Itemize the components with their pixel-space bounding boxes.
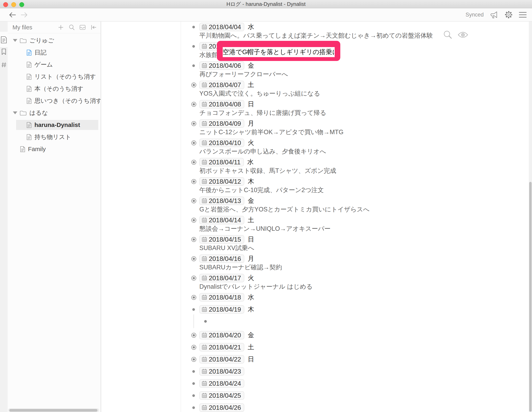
item-content-line[interactable]: 2018/04/10火: [199, 139, 518, 147]
item-content-line[interactable]: 2018/04/21土: [199, 343, 518, 351]
item-note[interactable]: チョコフォンデュ、帰りに唐揚げ買って帰る: [199, 109, 518, 117]
item-note[interactable]: Gと岩盤浴へ、夕方YOSとカーズトミカ買いにトイザらスへ: [199, 205, 518, 213]
item-content-line[interactable]: 2018/04/11水: [199, 158, 518, 166]
bullet-icon[interactable]: [204, 320, 207, 323]
item-content-line[interactable]: 2018/04/16月: [199, 255, 518, 263]
caret-down-icon[interactable]: [13, 39, 17, 42]
bullet-collapsed-icon[interactable]: [191, 121, 196, 126]
item-content-line[interactable]: 2018/04/08日: [199, 100, 518, 109]
bookmark-icon[interactable]: [0, 48, 8, 55]
bullet-collapsed-icon[interactable]: [191, 218, 196, 223]
bullet-icon[interactable]: [192, 308, 195, 311]
item-note[interactable]: ニットC-12シャツ前半OK→アピタで買い物→MTG: [199, 128, 518, 136]
item-content-line[interactable]: 2018/04/15日: [199, 235, 518, 244]
date-badge[interactable]: 2018/04/16: [199, 255, 244, 263]
item-content-line[interactable]: 2018/04/09月: [199, 119, 518, 128]
bullet-icon[interactable]: [192, 394, 195, 397]
item-content-line[interactable]: 2018/04/17火: [199, 274, 518, 282]
date-badge[interactable]: 2018/04/26: [199, 403, 244, 412]
date-badge[interactable]: 2018/04/22: [199, 355, 244, 364]
bullet-icon[interactable]: [192, 64, 195, 67]
forward-icon[interactable]: [20, 12, 28, 18]
date-badge[interactable]: 2018/04/06: [199, 61, 244, 70]
item-note[interactable]: 午後からニットC-10完成、パターン2つ注文: [199, 186, 518, 194]
item-content-line[interactable]: 2018/04/23: [199, 367, 518, 375]
horizontal-scrollbar-thumb[interactable]: [9, 409, 97, 412]
menu-icon[interactable]: [518, 10, 527, 19]
bullet-collapsed-icon[interactable]: [191, 333, 196, 338]
bullet-collapsed-icon[interactable]: [191, 357, 196, 362]
date-badge[interactable]: 2018/04/21: [199, 343, 244, 351]
item-note[interactable]: YOS入園式で泣く。ちゅーりっぷ組になる: [199, 90, 518, 98]
back-icon[interactable]: [9, 12, 17, 18]
sidebar-folder-item[interactable]: はるな: [8, 107, 101, 119]
sidebar-document-item[interactable]: 持ち物リスト: [8, 131, 101, 143]
item-note[interactable]: SUBARU XV試乗へ: [199, 244, 518, 252]
bullet-icon[interactable]: [192, 45, 195, 48]
item-content-line[interactable]: 2018/04/06金: [199, 61, 518, 70]
date-badge[interactable]: 2018/04/18: [199, 293, 244, 302]
date-badge[interactable]: 2018/04/25: [199, 391, 244, 400]
date-badge[interactable]: 2018/04/13: [199, 197, 244, 205]
date-badge[interactable]: 2018/04/12: [199, 177, 244, 186]
date-badge[interactable]: 2018/04/08: [199, 100, 244, 109]
date-badge[interactable]: 2018/04/14: [199, 216, 244, 224]
bullet-collapsed-icon[interactable]: [191, 140, 196, 146]
bullet-collapsed-icon[interactable]: [191, 345, 196, 350]
search-icon[interactable]: [68, 24, 75, 31]
item-content-line[interactable]: 2018/04/13金: [199, 197, 518, 205]
item-note[interactable]: 平川動物園へ。バス乗ってしまえば楽チン→天文館むじゃき→初めての岩盤浴体験: [199, 32, 518, 40]
bullet-collapsed-icon[interactable]: [191, 179, 196, 184]
item-content-line[interactable]: 2018/04/12木: [199, 177, 518, 186]
item-content-line[interactable]: 2018/04/20金: [199, 331, 518, 339]
bullet-collapsed-icon[interactable]: [191, 102, 196, 107]
sidebar-document-item[interactable]: 日記: [8, 46, 101, 59]
date-badge[interactable]: 2018/04/19: [199, 305, 244, 314]
item-note[interactable]: 懇談会→コーナン→UNIQLO→アオキスーパー: [199, 225, 518, 233]
sidebar-document-item[interactable]: 本（そのうち消す: [8, 83, 101, 95]
caret-down-icon[interactable]: [13, 111, 17, 114]
bullet-collapsed-icon[interactable]: [191, 256, 196, 261]
sidebar-document-item[interactable]: haruna-Dynalist: [8, 119, 101, 131]
bullet-icon[interactable]: [192, 382, 195, 385]
sidebar-document-item[interactable]: 思いつき（そのうち消す: [8, 95, 101, 107]
item-note[interactable]: 初ポッドキャスト収録、馬Tシャツ、ズボン完成: [199, 167, 518, 175]
files-icon[interactable]: [0, 36, 8, 44]
sidebar-document-item[interactable]: ゲーム: [8, 59, 101, 71]
date-badge[interactable]: 2018/04/15: [199, 235, 244, 244]
item-note[interactable]: SUBARUカーナビ確認→契約: [199, 263, 518, 271]
item-content-line[interactable]: 2018/04/19木: [199, 305, 518, 314]
bullet-collapsed-icon[interactable]: [191, 237, 196, 242]
item-note[interactable]: 再びフォーリーフクローバーへ: [199, 70, 518, 78]
item-content-line[interactable]: 2018/04/25: [199, 391, 518, 400]
date-badge[interactable]: 2018/04/07: [199, 81, 244, 89]
sidebar-folder-item[interactable]: ごりゅご: [8, 34, 101, 46]
date-badge[interactable]: 2018/04/17: [199, 274, 244, 282]
date-badge[interactable]: 2018/04/20: [199, 331, 244, 339]
vertical-scrollbar-thumb[interactable]: [529, 182, 532, 412]
date-badge[interactable]: 2018/04/10: [199, 139, 244, 147]
tag-icon[interactable]: [0, 62, 8, 68]
item-content-line[interactable]: 2018/04/07土: [199, 81, 518, 89]
add-document-icon[interactable]: [57, 24, 64, 31]
bullet-collapsed-icon[interactable]: [191, 160, 196, 165]
item-content-line[interactable]: 2018/04/14土: [199, 216, 518, 224]
sidebar-document-item[interactable]: Family: [8, 143, 101, 155]
date-badge[interactable]: 2018/04/11: [199, 158, 244, 166]
item-content-line[interactable]: 2018/04/18水: [199, 293, 518, 302]
date-badge[interactable]: 2018/04/09: [199, 119, 244, 128]
item-note[interactable]: バランスボールの申し込み、夕食後キリオへ: [199, 147, 518, 156]
bullet-collapsed-icon[interactable]: [191, 198, 196, 203]
megaphone-icon[interactable]: [490, 10, 499, 19]
item-content-line[interactable]: 2018/04/26: [199, 403, 518, 412]
bullet-icon[interactable]: [192, 370, 195, 373]
gear-icon[interactable]: [504, 10, 513, 19]
item-content-line[interactable]: 2018/04/24: [199, 379, 518, 388]
bullet-icon[interactable]: [192, 406, 195, 409]
sidebar-document-item[interactable]: リスト（そのうち消す: [8, 71, 101, 83]
bullet-collapsed-icon[interactable]: [191, 82, 196, 88]
item-note[interactable]: Dynalistでバレットジャーナル はじめる: [199, 283, 518, 291]
bullet-collapsed-icon[interactable]: [191, 295, 196, 300]
date-badge[interactable]: 2018/04/04: [199, 23, 244, 31]
item-content-line[interactable]: 2018/04/04水: [199, 23, 518, 31]
